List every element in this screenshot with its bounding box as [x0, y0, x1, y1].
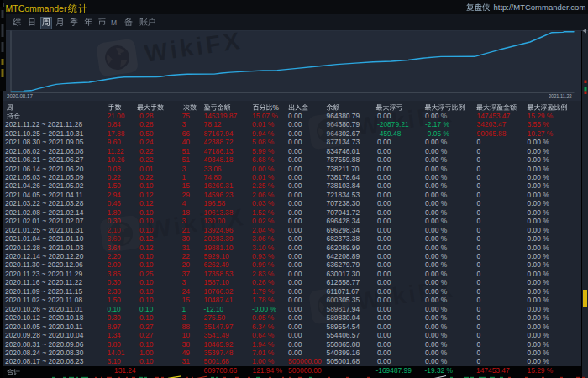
svg-text:WikiFX: WikiFX	[355, 275, 457, 315]
svg-text:WikiFX: WikiFX	[143, 27, 244, 67]
svg-text:WikiFX: WikiFX	[146, 203, 248, 244]
svg-text:WikiFX: WikiFX	[354, 100, 456, 140]
